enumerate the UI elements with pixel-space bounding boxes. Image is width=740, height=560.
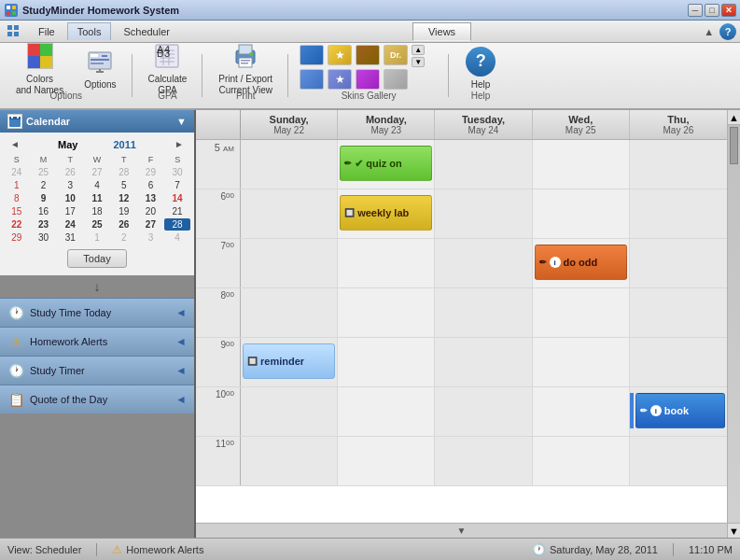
skin-star2[interactable]: ★ [328,69,352,90]
cal-cell-sun-6[interactable] [241,189,338,238]
cal-cell-sun-8[interactable] [241,288,338,337]
mini-cal-day-today[interactable]: 28 [164,218,190,231]
mini-cal-day[interactable]: 26 [57,166,83,178]
menu-tools[interactable]: Tools [67,22,112,40]
cal-cell-wed-7[interactable]: ✏ i do odd [533,239,630,287]
skin-brown[interactable] [356,45,380,65]
skins-scroll-down[interactable]: ▼ [412,57,425,67]
mini-cal-day[interactable]: 23 [31,218,57,231]
cal-cell-thu-8[interactable] [630,288,727,337]
cal-cell-tue-8[interactable] [435,288,532,337]
mini-cal-day[interactable]: 15 [4,205,30,217]
mini-cal-day[interactable]: 8 [4,192,30,204]
mini-cal-day[interactable]: 31 [57,231,83,244]
options-button[interactable]: Options [76,42,124,95]
mini-cal-day[interactable]: 7 [164,179,190,191]
mini-cal-day[interactable]: 3 [57,179,83,191]
scroll-track[interactable] [728,125,740,523]
cal-cell-thu-6[interactable] [630,189,727,238]
scroll-down-btn[interactable]: ▼ [728,523,740,538]
cal-cell-wed-6[interactable] [533,189,630,238]
scroll-thumb[interactable] [730,127,738,164]
skin-purple[interactable] [356,69,380,90]
mini-cal-day[interactable]: 21 [164,205,190,217]
mini-cal-day[interactable]: 26 [111,218,137,231]
cal-cell-thu-11[interactable] [630,437,727,485]
skin-circle-gray[interactable] [384,69,408,90]
cal-cell-sun-5[interactable] [241,140,338,189]
scroll-down-indicator[interactable]: ▼ [196,523,727,538]
mini-cal-day[interactable]: 24 [57,218,83,231]
cal-cell-tue-11[interactable] [435,437,532,485]
minimize-button[interactable]: ─ [688,4,703,17]
mini-cal-day[interactable]: 3 [138,231,164,244]
cal-cell-wed-8[interactable] [533,288,630,337]
mini-cal-day[interactable]: 2 [111,231,137,244]
mini-cal-day[interactable]: 17 [57,205,83,217]
calendar-dropdown[interactable]: ▼ [176,116,187,127]
mini-cal-year[interactable]: 2011 [114,139,136,150]
mini-cal-day[interactable]: 18 [84,205,110,217]
mini-cal-day[interactable]: 1 [84,231,110,244]
cal-cell-sun-9[interactable]: 🔲 reminder [241,338,338,386]
skin-circle-blue[interactable] [300,69,324,90]
mini-cal-day[interactable]: 6 [138,179,164,191]
skins-scroll-up[interactable]: ▲ [412,45,425,55]
do-odd-event[interactable]: ✏ i do odd [535,245,627,280]
help-button[interactable]: ? Help [456,42,505,95]
right-scrollbar[interactable]: ▲ ▼ [727,110,740,538]
mini-cal-day[interactable]: 14 [164,192,190,204]
mini-cal-day[interactable]: 28 [111,166,137,178]
reminder-event[interactable]: 🔲 reminder [243,343,335,379]
cal-cell-tue-9[interactable] [435,338,532,386]
mini-cal-day[interactable]: 4 [84,179,110,191]
cal-cell-wed-11[interactable] [533,437,630,485]
menu-scroll-up[interactable]: ▲ [698,24,719,39]
mini-cal-day[interactable]: 30 [31,231,57,244]
sidebar-collapse-arrow[interactable]: ↓ [0,275,194,298]
mini-cal-day[interactable]: 27 [138,218,164,231]
cal-cell-mon-9[interactable] [338,338,435,386]
cal-cell-thu-7[interactable] [630,239,727,287]
mini-cal-day[interactable]: 19 [111,205,137,217]
study-timer-panel[interactable]: 🕐 Study Timer ◄ [0,356,194,385]
homework-alerts-panel[interactable]: ⚠ Homework Alerts ◄ [0,327,194,356]
cal-cell-wed-9[interactable] [533,338,630,386]
skin-dr[interactable]: Dr. [384,45,408,65]
scroll-up-btn[interactable]: ▲ [728,110,740,125]
mini-cal-day[interactable]: 25 [31,166,57,178]
mini-cal-day[interactable]: 30 [164,166,190,178]
mini-cal-day[interactable]: 5 [111,179,137,191]
mini-cal-day[interactable]: 12 [111,192,137,204]
weekly-lab-event[interactable]: 🔲 weekly lab [340,195,432,231]
mini-cal-day[interactable]: 1 [4,179,30,191]
cal-cell-sun-10[interactable] [241,387,338,436]
cal-cell-tue-5[interactable] [435,140,532,189]
cal-cell-sun-11[interactable] [241,437,338,485]
cal-cell-thu-5[interactable] [630,140,727,189]
cal-cell-mon-6[interactable]: 🔲 weekly lab [338,189,435,238]
mini-cal-day[interactable]: 25 [84,218,110,231]
cal-cell-thu-9[interactable] [630,338,727,386]
cal-cell-wed-10[interactable] [533,387,630,436]
mini-cal-day[interactable]: 29 [4,231,30,244]
quote-panel[interactable]: 📋 Quote of the Day ◄ [0,385,194,413]
cal-cell-mon-7[interactable] [338,239,435,287]
mini-cal-day[interactable]: 10 [57,192,83,204]
cal-cell-mon-8[interactable] [338,288,435,337]
cal-cell-sun-7[interactable] [241,239,338,287]
cal-cell-thu-10[interactable]: ✏ i book [630,387,727,436]
views-tab[interactable]: Views [412,22,471,41]
mini-cal-day[interactable]: 24 [4,166,30,178]
mini-cal-day[interactable]: 20 [138,205,164,217]
next-month-btn[interactable]: ► [172,138,187,150]
mini-cal-day[interactable]: 22 [4,218,30,231]
cal-cell-tue-6[interactable] [435,189,532,238]
book-event[interactable]: ✏ i book [635,393,725,428]
mini-cal-day[interactable]: 4 [164,231,190,244]
help-button[interactable]: ? [719,23,736,40]
mini-cal-day[interactable]: 13 [138,192,164,204]
skin-star[interactable]: ★ [328,45,352,65]
mini-cal-day[interactable]: 27 [84,166,110,178]
cal-cell-tue-7[interactable] [435,239,532,287]
